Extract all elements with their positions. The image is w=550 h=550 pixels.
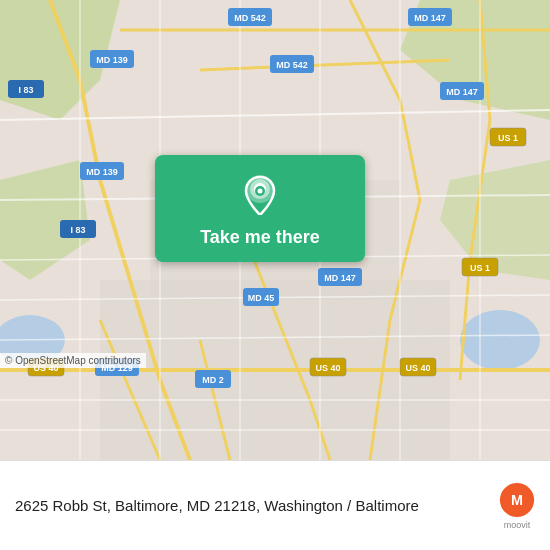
svg-text:MD 45: MD 45 [248,293,275,303]
svg-text:US 40: US 40 [405,363,430,373]
map-container: MD 542 MD 147 MD 139 I 83 MD 542 MD 147 … [0,0,550,460]
take-me-there-button[interactable]: Take me there [155,155,365,262]
svg-text:MD 542: MD 542 [234,13,266,23]
svg-text:MD 2: MD 2 [202,375,224,385]
svg-point-80 [258,189,263,194]
svg-text:MD 147: MD 147 [324,273,356,283]
svg-text:MD 139: MD 139 [86,167,118,177]
info-panel: 2625 Robb St, Baltimore, MD 21218, Washi… [0,460,550,550]
address-block: 2625 Robb St, Baltimore, MD 21218, Washi… [15,495,487,516]
svg-text:MD 139: MD 139 [96,55,128,65]
attribution-text: © OpenStreetMap contributors [5,355,141,366]
svg-text:I 83: I 83 [18,85,33,95]
svg-text:US 1: US 1 [498,133,518,143]
svg-text:MD 147: MD 147 [446,87,478,97]
svg-text:US 40: US 40 [315,363,340,373]
svg-point-5 [460,310,540,370]
osm-attribution: © OpenStreetMap contributors [0,353,146,368]
moovit-label-text: moovit [504,520,531,530]
svg-text:I 83: I 83 [70,225,85,235]
location-pin-icon [242,173,278,219]
svg-text:M: M [511,492,523,508]
moovit-logo: M moovit [499,482,535,530]
address-text: 2625 Robb St, Baltimore, MD 21218, Washi… [15,495,487,516]
moovit-icon-svg: M [499,482,535,518]
svg-text:US 1: US 1 [470,263,490,273]
take-me-there-label: Take me there [200,227,320,248]
svg-text:MD 542: MD 542 [276,60,308,70]
svg-text:MD 147: MD 147 [414,13,446,23]
